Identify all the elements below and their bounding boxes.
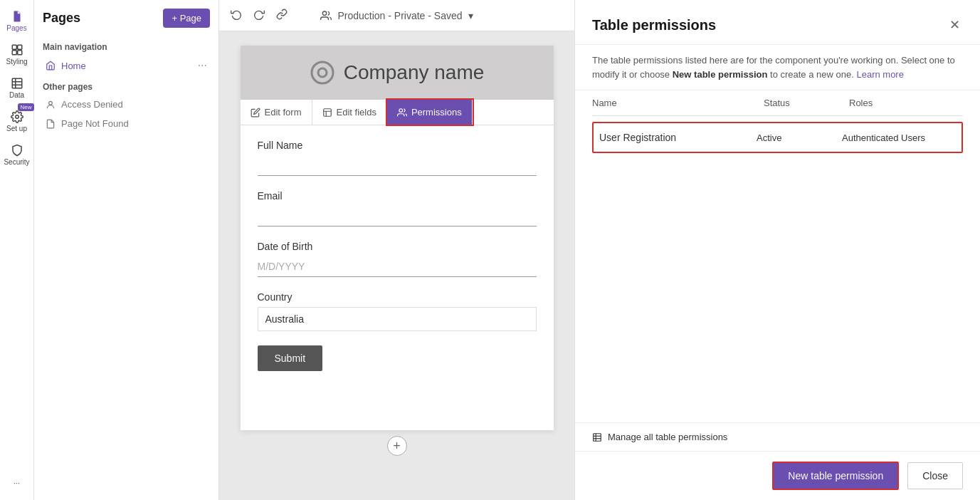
svg-point-13 [312, 62, 333, 83]
pages-panel-header: Pages + Page [34, 9, 218, 36]
nav-item-access-denied[interactable]: Access Denied [37, 95, 216, 114]
svg-rect-17 [594, 433, 601, 441]
edit-fields-label: Edit fields [337, 107, 376, 118]
icon-sidebar: Pages Styling Data Set up New Security ·… [0, 0, 34, 500]
right-panel: Table permissions ✕ The table permission… [574, 0, 980, 500]
svg-rect-1 [15, 18, 19, 19]
right-panel-description: The table permissions listed here are fo… [575, 45, 980, 90]
canvas-add-row: + [387, 436, 407, 456]
svg-rect-6 [12, 78, 22, 88]
learn-more-link[interactable]: Learn more [856, 69, 903, 80]
person-icon [46, 100, 56, 110]
home-icon [46, 61, 56, 71]
svg-rect-0 [15, 16, 19, 17]
top-bar: Production - Private - Saved ▾ [219, 0, 574, 31]
manage-table-icon [592, 432, 602, 442]
permissions-button[interactable]: Permissions [387, 100, 473, 125]
right-panel-footer: New table permission Close [575, 451, 980, 500]
home-nav-label: Home [61, 61, 192, 71]
users-icon [320, 10, 332, 21]
permissions-table: Name Status Roles User Registration Acti… [575, 90, 980, 422]
edit-fields-icon [322, 108, 332, 118]
main-navigation-label: Main navigation [34, 36, 218, 55]
form-page: Company name Edit form Edit fields Permi… [241, 46, 554, 430]
edit-form-label: Edit form [265, 107, 302, 118]
undo-icon [231, 9, 242, 20]
app-title: Production - Private - Saved [337, 10, 462, 21]
full-name-label: Full Name [258, 140, 537, 151]
dob-field: Date of Birth [258, 241, 537, 277]
sidebar-item-setup[interactable]: Set up New [3, 106, 31, 137]
svg-rect-2 [12, 45, 16, 49]
pages-panel-title: Pages [43, 11, 80, 26]
edit-form-icon [251, 108, 260, 118]
country-label: Country [258, 291, 537, 303]
email-input[interactable] [258, 206, 537, 226]
pages-panel: Pages + Page Main navigation Home ··· Ot… [34, 0, 219, 500]
svg-point-14 [318, 68, 327, 77]
permission-name: User Registration [599, 132, 757, 143]
submit-button[interactable]: Submit [258, 345, 323, 371]
link-button[interactable] [273, 6, 290, 25]
top-bar-left [228, 6, 290, 25]
svg-rect-15 [323, 108, 331, 116]
company-logo-icon [310, 60, 335, 85]
close-button[interactable]: Close [907, 462, 963, 489]
edit-form-button[interactable]: Edit form [241, 100, 312, 125]
manage-all-link[interactable]: Manage all table permissions [575, 422, 980, 451]
dob-input[interactable] [258, 256, 537, 277]
email-label: Email [258, 190, 537, 202]
redo-button[interactable] [251, 6, 268, 25]
email-field: Email [258, 190, 537, 226]
undo-button[interactable] [228, 6, 245, 25]
link-icon [276, 9, 288, 20]
full-name-input[interactable] [258, 155, 537, 176]
form-body: Full Name Email Date of Birth Country Au… [241, 125, 554, 385]
sidebar-more-options[interactable]: ··· [3, 475, 31, 491]
nav-item-home[interactable]: Home ··· [37, 55, 216, 76]
add-section-button[interactable]: + [387, 436, 407, 456]
svg-point-12 [323, 11, 327, 15]
permission-status: Active [757, 132, 842, 143]
col-status: Status [764, 98, 849, 108]
right-panel-close-button[interactable]: ✕ [947, 14, 963, 36]
country-field: Country Australia [258, 291, 537, 331]
nav-item-page-not-found[interactable]: Page Not Found [37, 114, 216, 133]
full-name-field: Full Name [258, 140, 537, 176]
svg-rect-4 [12, 51, 16, 55]
sidebar-item-pages[interactable]: Pages [3, 6, 31, 36]
home-nav-dots[interactable]: ··· [198, 59, 207, 72]
page-not-found-label: Page Not Found [61, 118, 207, 129]
sidebar-item-security[interactable]: Security [3, 140, 31, 170]
right-panel-title: Table permissions [592, 17, 716, 33]
right-panel-header: Table permissions ✕ [575, 0, 980, 45]
permissions-icon [397, 108, 407, 118]
edit-fields-button[interactable]: Edit fields [312, 100, 387, 125]
svg-point-16 [399, 108, 403, 112]
title-chevron[interactable]: ▾ [468, 10, 473, 21]
sidebar-item-data[interactable]: Data [3, 73, 31, 103]
permission-row-user-registration[interactable]: User Registration Active Authenticated U… [592, 122, 963, 153]
redo-icon [253, 9, 265, 20]
col-name: Name [592, 98, 764, 108]
country-select[interactable]: Australia [258, 307, 537, 331]
new-table-permission-button[interactable]: New table permission [772, 462, 899, 490]
svg-point-11 [49, 101, 53, 105]
other-pages-label: Other pages [34, 76, 218, 95]
permissions-label: Permissions [411, 107, 462, 118]
manage-all-label: Manage all table permissions [608, 432, 727, 442]
permissions-table-header: Name Status Roles [592, 90, 963, 116]
svg-rect-5 [17, 51, 21, 55]
new-badge: New [18, 103, 33, 111]
form-header: Company name [241, 46, 554, 100]
svg-rect-3 [17, 45, 21, 49]
add-page-button[interactable]: + Page [163, 9, 210, 28]
permission-roles: Authenticated Users [842, 132, 956, 143]
main-area: Production - Private - Saved ▾ Company n… [219, 0, 574, 500]
col-roles: Roles [849, 98, 963, 108]
doc-icon [46, 119, 56, 129]
canvas-area: Company name Edit form Edit fields Permi… [219, 31, 574, 500]
top-bar-center[interactable]: Production - Private - Saved ▾ [320, 10, 473, 21]
sidebar-item-styling[interactable]: Styling [3, 39, 31, 70]
right-panel-desc-bold: New table permission [673, 69, 768, 80]
